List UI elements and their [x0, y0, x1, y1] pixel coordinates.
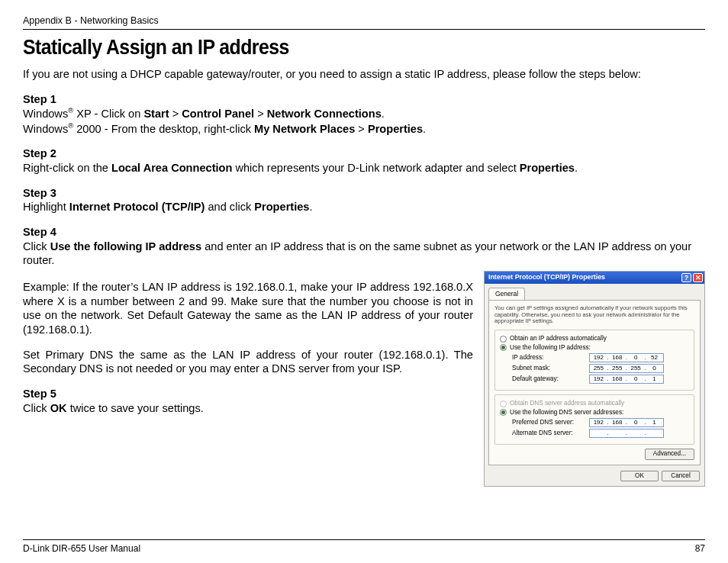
default-gateway-input[interactable]: 192.168.0.1 — [589, 375, 664, 384]
bold-properties: Properties — [520, 162, 575, 174]
field-ip-address: IP address: 192.168.0.52 — [512, 353, 689, 362]
text: Right-click on the — [23, 162, 111, 174]
ip-group: Obtain an IP address automatically Use t… — [494, 330, 694, 391]
step-1-label: Step 1 — [23, 93, 56, 105]
page-title: Statically Assign an IP address — [23, 36, 650, 60]
body-text: If you are not using a DHCP capable gate… — [23, 67, 705, 487]
bold-start: Start — [143, 108, 169, 120]
radio-label: Obtain DNS server address automatically — [510, 400, 624, 408]
tab-general[interactable]: General — [488, 288, 525, 300]
tab-row: General — [485, 285, 704, 300]
radio-icon — [500, 409, 507, 416]
step-5: Step 5 Click OK twice to save your setti… — [23, 387, 473, 415]
dialog-button-row: OK Cancel — [485, 468, 704, 486]
text: . — [423, 123, 426, 135]
radio-use-ip[interactable]: Use the following IP address: — [500, 344, 689, 352]
bold-properties: Properties — [254, 201, 309, 213]
field-label: Alternate DNS server: — [512, 429, 585, 438]
intro-paragraph: If you are not using a DHCP capable gate… — [23, 67, 705, 82]
help-button[interactable]: ? — [681, 273, 691, 282]
radio-icon — [500, 344, 507, 351]
step-4-intro: Step 4 Click Use the following IP addres… — [23, 225, 705, 268]
field-preferred-dns: Preferred DNS server: 192.168.0.1 — [512, 418, 689, 427]
subnet-mask-input[interactable]: 255.255.255.0 — [589, 364, 664, 373]
radio-label: Use the following IP address: — [510, 344, 591, 352]
dialog-description: You can get IP settings assigned automat… — [494, 305, 694, 325]
header-rule — [23, 29, 705, 30]
radio-label: Obtain an IP address automatically — [510, 335, 607, 343]
preferred-dns-input[interactable]: 192.168.0.1 — [589, 418, 664, 427]
radio-label: Use the following DNS server addresses: — [510, 409, 623, 417]
bold-my-network-places: My Network Places — [254, 123, 355, 135]
field-label: Default gateway: — [512, 375, 585, 384]
text: . — [382, 108, 385, 120]
step-2-label: Step 2 — [23, 147, 56, 159]
bold-network-connections: Network Connections — [267, 108, 382, 120]
text: Windows — [23, 123, 68, 135]
ip-address-input[interactable]: 192.168.0.52 — [589, 353, 664, 362]
content-row: Example: If the router’s LAN IP address … — [23, 271, 705, 487]
text: which represents your D-Link network ada… — [232, 162, 519, 174]
dialog-body: General You can get IP settings assigned… — [485, 284, 704, 486]
header-appendix: Appendix B - Networking Basics — [23, 15, 705, 27]
text: . — [575, 162, 578, 174]
dialog-titlebar[interactable]: Internet Protocol (TCP/IP) Properties ? … — [485, 272, 704, 284]
dns-group: Obtain DNS server address automatically … — [494, 394, 694, 445]
bold-control-panel: Control Panel — [182, 108, 254, 120]
field-alternate-dns: Alternate DNS server: ... — [512, 429, 689, 438]
field-subnet-mask: Subnet mask: 255.255.255.0 — [512, 364, 689, 373]
footer-left: D-Link DIR-655 User Manual — [23, 543, 140, 554]
field-label: Preferred DNS server: — [512, 419, 585, 427]
dialog-title: Internet Protocol (TCP/IP) Properties — [488, 273, 605, 282]
bold-ok: OK — [50, 402, 67, 414]
text: 2000 - From the desktop, right-click — [73, 123, 254, 135]
bold-properties: Properties — [368, 123, 423, 135]
text: . — [309, 201, 312, 213]
left-column: Example: If the router’s LAN IP address … — [23, 271, 473, 426]
cancel-button[interactable]: Cancel — [662, 471, 700, 482]
text: Click — [23, 240, 50, 253]
text: > — [169, 108, 182, 120]
text: Click — [23, 402, 50, 414]
step-4-example-1: Example: If the router’s LAN IP address … — [23, 280, 473, 337]
text: twice to save your settings. — [67, 402, 204, 414]
text: Highlight — [23, 201, 69, 213]
bold-lac: Local Area Connection — [111, 162, 232, 174]
alternate-dns-input[interactable]: ... — [589, 429, 664, 438]
text: Windows — [23, 108, 68, 120]
radio-obtain-ip[interactable]: Obtain an IP address automatically — [500, 335, 689, 343]
field-label: IP address: — [512, 354, 585, 362]
step-2: Step 2 Right-click on the Local Area Con… — [23, 146, 705, 175]
text: > — [355, 123, 368, 135]
radio-icon — [500, 401, 507, 407]
text: > — [254, 108, 267, 120]
footer: D-Link DIR-655 User Manual 87 — [23, 539, 705, 554]
text: and click — [205, 201, 254, 213]
text: XP - Click on — [73, 108, 143, 120]
step-1: Step 1 Windows® XP - Click on Start > Co… — [23, 92, 705, 137]
bold-tcpip: Internet Protocol (TCP/IP) — [69, 201, 205, 213]
ok-button[interactable]: OK — [620, 471, 659, 482]
step-3: Step 3 Highlight Internet Protocol (TCP/… — [23, 186, 705, 214]
advanced-row: Advanced... — [494, 449, 694, 460]
advanced-button[interactable]: Advanced... — [645, 449, 694, 460]
footer-page: 87 — [695, 543, 705, 554]
field-label: Subnet mask: — [512, 365, 585, 373]
radio-obtain-dns: Obtain DNS server address automatically — [500, 400, 689, 408]
tab-pane-general: You can get IP settings assigned automat… — [488, 300, 701, 465]
step-5-label: Step 5 — [23, 388, 56, 400]
bold-use-following: Use the following IP address — [50, 240, 201, 253]
radio-icon — [500, 336, 507, 343]
step-3-label: Step 3 — [23, 187, 56, 199]
step-4-example-2: Set Primary DNS the same as the LAN IP a… — [23, 348, 473, 376]
radio-use-dns[interactable]: Use the following DNS server addresses: — [500, 409, 689, 417]
field-default-gateway: Default gateway: 192.168.0.1 — [512, 375, 689, 384]
tcpip-properties-dialog: Internet Protocol (TCP/IP) Properties ? … — [484, 271, 705, 487]
close-button[interactable]: ✕ — [693, 273, 703, 282]
step-4-label: Step 4 — [23, 226, 56, 238]
